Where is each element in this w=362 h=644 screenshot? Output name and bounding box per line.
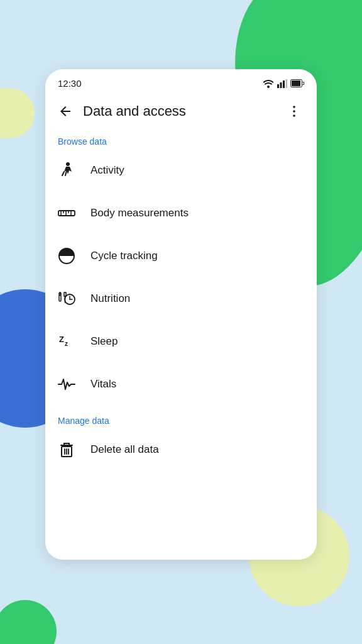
page-title: Data and access [83, 103, 277, 119]
battery-icon [290, 79, 304, 87]
vitals-label: Vitals [90, 378, 116, 391]
cycle-tracking-item[interactable]: Cycle tracking [45, 235, 317, 277]
svg-point-10 [66, 162, 70, 166]
app-bar: Data and access [45, 94, 317, 131]
activity-label: Activity [90, 164, 124, 177]
svg-point-9 [293, 114, 295, 117]
activity-icon [58, 162, 75, 179]
svg-point-7 [293, 106, 295, 108]
overflow-menu-button[interactable] [282, 99, 307, 124]
sleep-item[interactable]: Z z Sleep [45, 320, 317, 363]
svg-rect-1 [277, 84, 279, 88]
activity-item[interactable]: Activity [45, 149, 317, 192]
delete-all-data-item[interactable]: Delete all data [45, 428, 317, 471]
status-bar: 12:30 [45, 69, 317, 94]
back-button[interactable] [53, 99, 78, 124]
status-icons [263, 79, 304, 88]
bg-shape-yellow-left [0, 88, 35, 138]
bg-shape-green-bottom [0, 600, 57, 644]
svg-rect-6 [292, 80, 300, 86]
vitals-icon [58, 377, 75, 391]
delete-icon [58, 441, 75, 458]
body-measurements-item[interactable]: Body measurements [45, 192, 317, 235]
signal-icon [277, 79, 287, 88]
cycle-tracking-label: Cycle tracking [90, 250, 158, 262]
cycle-tracking-icon [58, 248, 75, 264]
body-measurements-icon [58, 206, 75, 220]
delete-all-data-label: Delete all data [90, 443, 159, 456]
wifi-icon [263, 79, 274, 88]
svg-point-8 [293, 110, 295, 113]
svg-text:z: z [65, 340, 68, 347]
browse-data-header: Browse data [45, 131, 317, 149]
svg-rect-3 [283, 80, 285, 88]
nutrition-icon [58, 290, 75, 308]
svg-rect-23 [64, 292, 66, 296]
svg-rect-4 [286, 79, 288, 88]
nutrition-label: Nutrition [90, 292, 130, 305]
sleep-label: Sleep [90, 335, 118, 348]
sleep-icon: Z z [58, 333, 75, 350]
vitals-item[interactable]: Vitals [45, 363, 317, 406]
manage-data-header: Manage data [45, 411, 317, 428]
body-measurements-label: Body measurements [90, 207, 189, 219]
phone-card: 12:30 [45, 69, 317, 560]
nutrition-item[interactable]: Nutrition [45, 277, 317, 320]
svg-point-0 [267, 86, 270, 88]
svg-rect-2 [280, 82, 282, 88]
svg-text:Z: Z [59, 335, 64, 344]
status-time: 12:30 [58, 78, 82, 89]
